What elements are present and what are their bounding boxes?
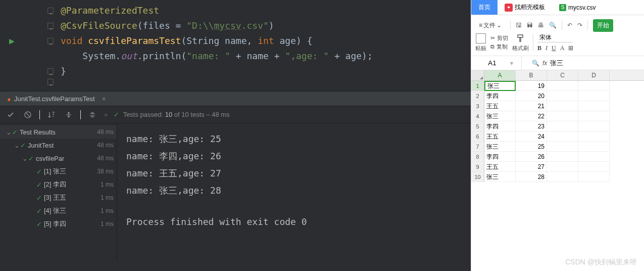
spreadsheet-grid[interactable]: A B C D 1张三19 2李四20 3王五21 4张三22 5李四23 6王… — [471, 70, 644, 182]
tab-templates[interactable]: ✦找稻壳模板 — [498, 0, 552, 15]
chevron-down-icon[interactable]: ⌄ — [13, 142, 20, 149]
code-editor[interactable]: @ParameterizedTest @CsvFileSource(files … — [0, 0, 471, 91]
cell[interactable]: 27 — [516, 162, 547, 172]
format-painter-button[interactable]: 格式刷 — [512, 33, 529, 52]
cell[interactable] — [547, 152, 578, 162]
tree-leaf[interactable]: ✓[4] 张三1 ms — [0, 204, 117, 217]
col-header[interactable]: C — [547, 70, 578, 80]
more-icon[interactable]: » — [104, 111, 108, 118]
cell-reference-box[interactable]: ▾ — [471, 56, 522, 70]
cell[interactable]: 李四 — [484, 91, 516, 101]
redo-icon[interactable]: ↷ — [577, 22, 582, 29]
cell[interactable]: 21 — [516, 101, 547, 111]
cell[interactable] — [578, 131, 610, 142]
row-header[interactable]: 8 — [471, 152, 484, 162]
print-icon[interactable]: 🖶 — [538, 22, 544, 29]
cell[interactable]: 张三 — [484, 111, 516, 121]
fold-icon[interactable] — [47, 68, 54, 74]
cell[interactable] — [578, 162, 610, 172]
cell[interactable] — [547, 81, 578, 91]
cell[interactable] — [578, 142, 610, 152]
cell[interactable]: 28 — [516, 172, 547, 182]
cell[interactable] — [578, 152, 610, 162]
cell[interactable]: 20 — [516, 91, 547, 101]
cut-button[interactable]: ✂剪切 — [490, 34, 508, 42]
preview-icon[interactable]: 🔍 — [549, 22, 557, 29]
cell[interactable] — [578, 91, 610, 101]
row-header[interactable]: 4 — [471, 111, 484, 121]
run-gutter-icon[interactable]: ▶ — [9, 33, 15, 49]
start-tab-button[interactable]: 开始 — [593, 19, 613, 32]
cell[interactable]: 25 — [516, 142, 547, 152]
cell[interactable]: 张三 — [484, 172, 516, 182]
chevron-down-icon[interactable]: ⌄ — [21, 155, 28, 162]
undo-icon[interactable]: ↶ — [567, 22, 572, 29]
cell[interactable]: 19 — [516, 81, 547, 91]
cell[interactable]: 22 — [516, 111, 547, 121]
row-header[interactable]: 9 — [471, 162, 484, 172]
file-menu[interactable]: ≡ 文件 ⌄ — [475, 20, 505, 31]
row-header[interactable]: 3 — [471, 101, 484, 111]
save-icon[interactable]: 🖫 — [516, 22, 522, 29]
cell[interactable]: 王五 — [484, 162, 516, 172]
cell[interactable] — [578, 101, 610, 111]
formula-input[interactable] — [550, 59, 590, 67]
cell[interactable] — [578, 172, 610, 182]
fold-icon[interactable] — [47, 38, 54, 44]
row-header[interactable]: 6 — [471, 131, 484, 142]
font-select[interactable] — [537, 33, 573, 42]
tree-leaf[interactable]: ✓[2] 李四1 ms — [0, 178, 117, 191]
select-all-corner[interactable] — [471, 70, 484, 80]
expand-all-button[interactable] — [63, 109, 74, 120]
zoom-icon[interactable]: 🔍 — [532, 60, 539, 67]
cell[interactable] — [547, 162, 578, 172]
col-header[interactable]: B — [516, 70, 547, 80]
cell[interactable] — [547, 131, 578, 142]
cell[interactable]: 李四 — [484, 121, 516, 131]
italic-button[interactable]: I — [546, 44, 548, 52]
tree-leaf[interactable]: ✓[1] 张三38 ms — [0, 165, 117, 178]
tree-leaf[interactable]: ✓[3] 王五1 ms — [0, 191, 117, 204]
cell[interactable]: 王五 — [484, 131, 516, 142]
cell[interactable] — [578, 121, 610, 131]
cell-reference-input[interactable] — [480, 59, 505, 67]
underline-button[interactable]: U — [552, 44, 556, 52]
fold-icon[interactable] — [47, 79, 54, 85]
tree-leaf[interactable]: ✓[5] 李四1 ms — [0, 217, 117, 231]
collapse-all-button[interactable] — [87, 109, 98, 120]
cell[interactable] — [547, 111, 578, 121]
tree-node[interactable]: ⌄ ✓ csvfilePar 48 ms — [0, 152, 117, 165]
cell[interactable]: 张三 — [484, 81, 516, 91]
cell[interactable] — [578, 111, 610, 121]
sort-button[interactable] — [46, 109, 57, 120]
cell[interactable]: 张三 — [484, 142, 516, 152]
cell[interactable] — [547, 142, 578, 152]
row-header[interactable]: 5 — [471, 121, 484, 131]
close-icon[interactable]: × — [102, 95, 106, 103]
col-header[interactable]: D — [578, 70, 610, 80]
tab-home[interactable]: 首页 — [471, 0, 498, 15]
fold-icon[interactable] — [47, 23, 54, 29]
paste-button[interactable]: 粘贴 — [475, 33, 486, 52]
cell[interactable]: 24 — [516, 131, 547, 142]
cell[interactable]: 王五 — [484, 101, 516, 111]
run-tab[interactable]: ⬥ JunitTest.csvfileParamsTest × — [7, 95, 106, 103]
cell[interactable] — [547, 101, 578, 111]
tab-file[interactable]: Smycsv.csv — [552, 0, 603, 15]
cell[interactable]: 23 — [516, 121, 547, 131]
bold-button[interactable]: B — [537, 44, 541, 52]
copy-button[interactable]: ⧉复制 — [490, 43, 508, 51]
tree-root[interactable]: ⌄ ✓ Test Results 48 ms — [0, 125, 117, 139]
tree-node[interactable]: ⌄ ✓ JunitTest 48 ms — [0, 139, 117, 152]
col-header[interactable]: A — [484, 70, 516, 80]
cell[interactable]: 26 — [516, 152, 547, 162]
cell[interactable] — [578, 81, 610, 91]
hide-passed-button[interactable] — [5, 109, 16, 120]
console-output[interactable]: name: 张三,age: 25 name: 李四,age: 26 name: … — [117, 123, 471, 261]
fold-icon[interactable] — [47, 8, 54, 14]
font-color-button[interactable]: A — [560, 44, 565, 52]
border-button[interactable]: ⊞ — [568, 44, 573, 52]
row-header[interactable]: 1 — [471, 81, 484, 91]
cell[interactable] — [547, 121, 578, 131]
row-header[interactable]: 10 — [471, 172, 484, 182]
